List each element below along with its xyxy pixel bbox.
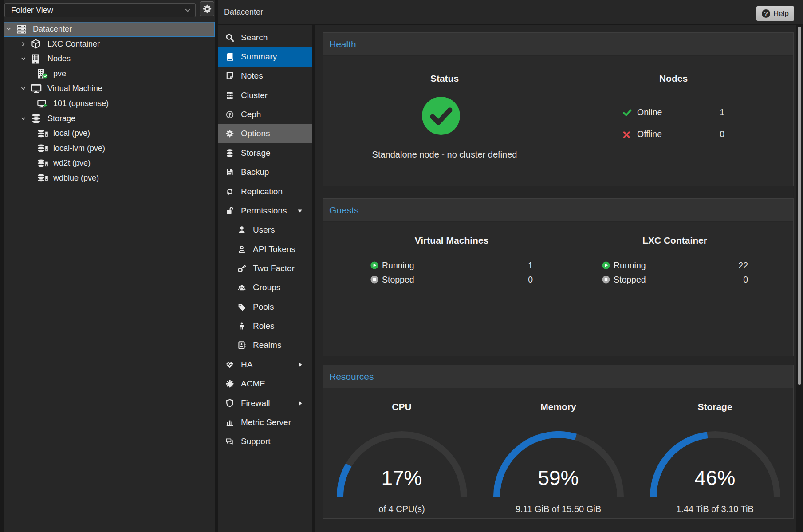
menu-item-pools[interactable]: Pools bbox=[218, 297, 312, 316]
menu-item-support[interactable]: Support bbox=[218, 432, 312, 451]
cross-icon bbox=[622, 130, 633, 139]
stopped-row: Stopped0 bbox=[602, 272, 748, 287]
menu-item-options[interactable]: Options bbox=[218, 124, 312, 143]
stopped-row: Stopped0 bbox=[370, 272, 533, 287]
tree-item-label: local-lvm (pve) bbox=[53, 144, 105, 153]
health-panel: Health Status Nodes Standalone node - no… bbox=[323, 32, 794, 186]
health-panel-title: Health bbox=[329, 39, 356, 50]
menu-item-label: Pools bbox=[253, 302, 274, 312]
tree-item-label: Datacenter bbox=[33, 24, 72, 34]
gauge-subtext: 1.44 TiB of 3.10 TiB bbox=[637, 504, 793, 514]
gauge-heading: CPU bbox=[323, 402, 480, 412]
tree-item-storage[interactable]: Storage bbox=[4, 111, 215, 126]
menu-item-label: Metric Server bbox=[241, 418, 291, 427]
menu-item-users[interactable]: Users bbox=[218, 221, 312, 240]
menu-item-cluster[interactable]: Cluster bbox=[218, 86, 312, 105]
tree-item-virtual-machine[interactable]: Virtual Machine bbox=[4, 81, 215, 96]
building-icon bbox=[31, 54, 43, 64]
gauge-subtext: 9.11 GiB of 15.50 GiB bbox=[480, 504, 637, 514]
menu-item-two-factor[interactable]: Two Factor bbox=[218, 259, 312, 278]
storage-drive-icon bbox=[37, 158, 49, 169]
row-value: 1 bbox=[720, 107, 724, 118]
chevron-expanded-icon[interactable] bbox=[20, 86, 26, 91]
users-icon bbox=[237, 283, 246, 292]
vm-rows: Running1Stopped0 bbox=[370, 258, 533, 287]
gauge-heading: Storage bbox=[637, 402, 793, 412]
scrollbar[interactable] bbox=[796, 25, 803, 532]
scrollbar-thumb[interactable] bbox=[798, 27, 801, 385]
tree-item-lxc-container[interactable]: LXC Container bbox=[4, 37, 215, 52]
tree-item-label: pve bbox=[53, 69, 66, 79]
view-mode-select[interactable]: Folder View bbox=[4, 3, 196, 17]
tree-item-local-lvm-pve[interactable]: local-lvm (pve) bbox=[4, 141, 215, 156]
help-button[interactable]: ? Help bbox=[756, 6, 794, 21]
content-area: Health Status Nodes Standalone node - no… bbox=[315, 25, 803, 532]
guests-panel: Guests Virtual Machines LXC Container Ru… bbox=[323, 198, 794, 356]
menu-item-label: Backup bbox=[241, 167, 269, 177]
menu-item-ceph[interactable]: Ceph bbox=[218, 105, 312, 124]
shield-icon bbox=[225, 399, 234, 408]
bar-chart-icon bbox=[225, 418, 234, 427]
gear-icon bbox=[225, 129, 234, 138]
guests-panel-title: Guests bbox=[329, 205, 359, 216]
chevron-expanded-icon[interactable] bbox=[5, 26, 12, 32]
resources-panel: Resources CPU17%of 4 CPU(s)Memory59%9.11… bbox=[323, 365, 794, 519]
tree-item-label: local (pve) bbox=[53, 129, 90, 138]
replication-icon bbox=[225, 187, 234, 196]
status-ok-icon bbox=[422, 97, 460, 137]
tree-item-datacenter[interactable]: Datacenter bbox=[4, 22, 215, 37]
submenu-arrow-down-icon bbox=[297, 209, 303, 213]
menu-item-api-tokens[interactable]: API Tokens bbox=[218, 240, 312, 259]
heartbeat-icon bbox=[225, 360, 234, 369]
comments-icon bbox=[225, 437, 234, 446]
tree-item-local-pve[interactable]: local (pve) bbox=[4, 126, 215, 141]
tree-settings-button[interactable] bbox=[200, 1, 214, 16]
tree-item-label: LXC Container bbox=[47, 39, 100, 49]
chevron-down-icon bbox=[185, 6, 191, 14]
menu-item-ha[interactable]: HA bbox=[218, 355, 312, 374]
status-message: Standalone node - no cluster defined bbox=[323, 150, 566, 160]
menu-item-acme[interactable]: ACME bbox=[218, 374, 312, 393]
menu-item-firewall[interactable]: Firewall bbox=[218, 394, 312, 413]
page-title: Datacenter bbox=[224, 0, 263, 24]
menu-item-realms[interactable]: Realms bbox=[218, 336, 312, 355]
menu-item-label: Replication bbox=[241, 187, 283, 197]
storage-drive-icon bbox=[37, 173, 49, 183]
menu-item-label: Support bbox=[241, 437, 271, 446]
tree-item-label: 101 (opnsense) bbox=[53, 99, 109, 108]
building-check-icon bbox=[37, 68, 49, 79]
key-icon bbox=[237, 264, 246, 273]
menu-item-metric-server[interactable]: Metric Server bbox=[218, 413, 312, 432]
menu-item-label: HA bbox=[241, 360, 252, 370]
chevron-expanded-icon[interactable] bbox=[20, 56, 26, 62]
menu-item-label: Summary bbox=[241, 52, 277, 62]
tree-item-101-opnsense[interactable]: 101 (opnsense) bbox=[4, 96, 215, 111]
menu-item-groups[interactable]: Groups bbox=[218, 278, 312, 297]
guests-panel-header: Guests bbox=[323, 199, 793, 222]
tree-item-label: wd2t (pve) bbox=[53, 158, 91, 168]
tree-item-pve[interactable]: pve bbox=[4, 67, 215, 82]
menu-item-backup[interactable]: Backup bbox=[218, 163, 312, 182]
tree-item-nodes[interactable]: Nodes bbox=[4, 51, 215, 67]
row-value: 1 bbox=[528, 260, 533, 271]
view-mode-value: Folder View bbox=[11, 6, 185, 15]
menu-item-roles[interactable]: Roles bbox=[218, 316, 312, 335]
tree-item-label: Virtual Machine bbox=[47, 84, 102, 93]
menu-item-label: ACME bbox=[241, 379, 265, 389]
gauge-cpu: CPU17%of 4 CPU(s) bbox=[323, 388, 480, 519]
chevron-collapsed-icon[interactable] bbox=[20, 41, 26, 47]
lxc-heading: LXC Container bbox=[557, 235, 792, 246]
check-icon bbox=[622, 108, 633, 117]
chevron-expanded-icon[interactable] bbox=[20, 116, 26, 122]
menu-item-search[interactable]: Search bbox=[218, 28, 312, 47]
tree-item-wd2t-pve[interactable]: wd2t (pve) bbox=[4, 156, 215, 171]
storage-drive-icon bbox=[37, 128, 49, 139]
menu-item-summary[interactable]: Summary bbox=[218, 47, 312, 66]
tree-item-wdblue-pve[interactable]: wdblue (pve) bbox=[4, 170, 215, 185]
menu-item-notes[interactable]: Notes bbox=[218, 67, 312, 86]
menu-item-replication[interactable]: Replication bbox=[218, 182, 312, 201]
menu-item-permissions[interactable]: Permissions bbox=[218, 201, 312, 220]
menu-item-label: Users bbox=[253, 225, 275, 235]
gauge-percent: 46% bbox=[637, 466, 793, 490]
menu-item-storage[interactable]: Storage bbox=[218, 143, 312, 162]
